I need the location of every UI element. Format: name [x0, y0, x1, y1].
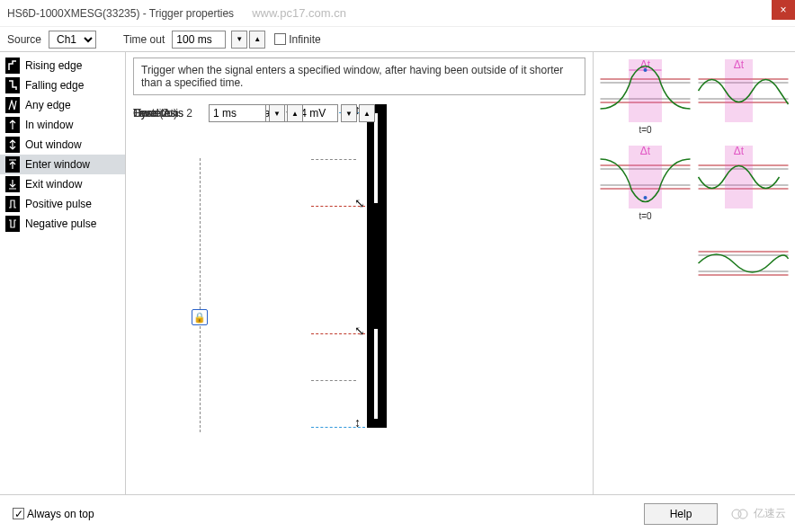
main-area: Rising edge Falling edge Any edge In win… [0, 52, 795, 494]
trigger-description: Trigger when the signal enters a specifi… [133, 58, 585, 95]
infinite-checkbox[interactable]: Infinite [274, 33, 320, 46]
parameter-area: ↕ ⤡ ⤡ ↕ 🔒 ▼▲ Hysteresis [133, 104, 585, 482]
exit-window-icon [5, 176, 20, 192]
sidebar-item-any-edge[interactable]: Any edge [0, 95, 125, 115]
source-label: Source [7, 33, 41, 46]
sidebar-item-in-window[interactable]: In window [0, 115, 125, 135]
help-button[interactable]: Help [644, 503, 718, 525]
time-label: Time (Δt) [133, 107, 203, 120]
preview-3: Δt t=0 [599, 146, 692, 226]
titlebar: HS6D-1000XMESG(33235) - Trigger properti… [0, 0, 795, 27]
out-window-icon [5, 137, 20, 153]
always-on-top-checkbox[interactable]: ✓ Always on top [13, 508, 94, 520]
timeout-label: Time out [123, 33, 165, 46]
time-down[interactable]: ▼ [269, 104, 285, 122]
window-title: HS6D-1000XMESG(33235) - Trigger properti… [7, 7, 234, 20]
preview-panel: Δt t=0 Δt Δt t=0 Δt [593, 52, 795, 494]
time-up[interactable]: ▲ [287, 104, 303, 122]
close-button[interactable]: × [772, 0, 795, 20]
level-bar[interactable] [367, 104, 387, 428]
toolbar: Source Ch1 Time out ▼ ▲ Infinite [0, 27, 795, 52]
preview-4: Δt [697, 146, 790, 226]
lower-bound-up[interactable]: ▲ [359, 104, 375, 122]
lower-bound-down[interactable]: ▼ [341, 104, 357, 122]
sidebar-item-negative-pulse[interactable]: Negative pulse [0, 214, 125, 234]
timeout-down-button[interactable]: ▼ [231, 31, 247, 49]
sidebar-item-enter-window[interactable]: Enter window [0, 155, 125, 174]
enter-window-icon [5, 156, 20, 173]
svg-point-32 [738, 510, 747, 519]
bottom-bar: ✓ Always on top Help 亿速云 [0, 494, 795, 532]
sidebar-item-positive-pulse[interactable]: Positive pulse [0, 194, 125, 214]
svg-text:Δt: Δt [640, 146, 651, 157]
sidebar-item-rising-edge[interactable]: Rising edge [0, 56, 125, 75]
timeout-input[interactable] [172, 31, 226, 49]
trigger-type-sidebar: Rising edge Falling edge Any edge In win… [0, 52, 126, 494]
source-select[interactable]: Ch1 [49, 31, 96, 49]
checkbox-icon [274, 33, 286, 45]
in-window-icon [5, 117, 20, 133]
rising-edge-icon [5, 58, 20, 74]
center-panel: Trigger when the signal enters a specifi… [126, 52, 593, 494]
checkbox-icon: ✓ [13, 508, 24, 519]
preview-5-empty [599, 232, 692, 313]
timeout-up-button[interactable]: ▲ [249, 31, 265, 49]
preview-1: Δt t=0 [599, 59, 692, 140]
negative-pulse-icon [5, 216, 20, 232]
svg-text:Δt: Δt [734, 59, 745, 71]
brand-watermark: 亿速云 [730, 506, 786, 521]
preview-6 [697, 232, 790, 313]
lock-icon[interactable]: 🔒 [192, 309, 208, 325]
sidebar-item-out-window[interactable]: Out window [0, 135, 125, 155]
sidebar-item-exit-window[interactable]: Exit window [0, 174, 125, 194]
sidebar-item-falling-edge[interactable]: Falling edge [0, 75, 125, 95]
any-edge-icon [5, 97, 20, 113]
svg-point-20 [644, 196, 648, 200]
time-input[interactable] [209, 104, 266, 122]
preview-2: Δt [697, 59, 790, 140]
positive-pulse-icon [5, 196, 20, 212]
svg-point-7 [644, 68, 648, 72]
watermark-text: www.pc17.com.cn [252, 6, 346, 20]
falling-edge-icon [5, 77, 20, 93]
svg-text:Δt: Δt [734, 146, 745, 157]
